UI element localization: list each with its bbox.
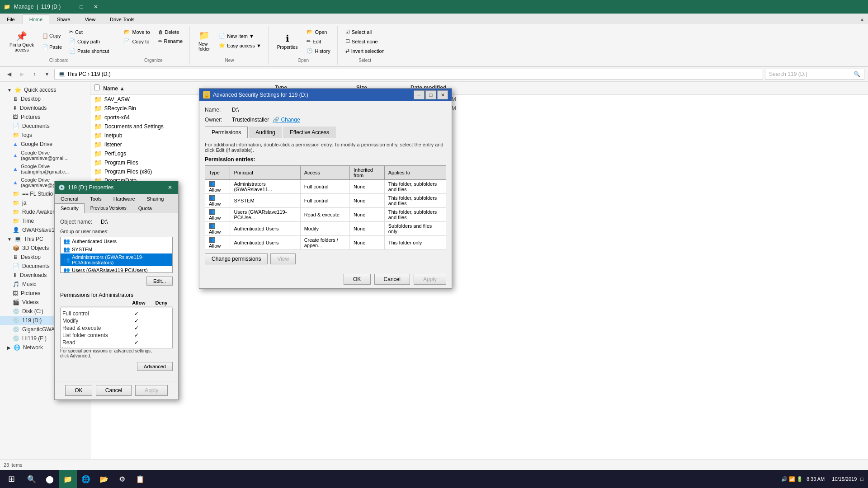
- taskbar-chrome-button[interactable]: 🌐: [77, 470, 95, 488]
- user-icon-2: 👥: [63, 246, 70, 253]
- adv-minimize-button[interactable]: ─: [414, 90, 425, 99]
- perm-access-cell: Create folders / appen...: [300, 236, 349, 250]
- adv-dialog-buttons: OK Cancel Apply: [199, 270, 452, 288]
- adv-name-label: Name:: [205, 107, 232, 113]
- perm-applies-cell: Subfolders and files only: [384, 222, 446, 236]
- perm-principal-cell: Users (GWARslave119-PC\Use...: [230, 208, 300, 222]
- adv-name-value: D:\: [232, 107, 239, 113]
- perm-applies-cell: This folder only: [384, 236, 446, 250]
- user-icon-1: 👥: [63, 238, 70, 244]
- user-list[interactable]: 👥 Authenticated Users 👥 SYSTEM 👥 Adminis…: [60, 237, 173, 273]
- adv-ok-button[interactable]: OK: [344, 274, 371, 285]
- taskbar-pinned-apps: 🔍 ⬤ 📁 🌐 📂 ⚙ 📋: [23, 470, 149, 488]
- permissions-list: Full control ✓ Modify ✓ Read & execute ✓…: [60, 308, 173, 348]
- perm-read: Read ✓: [62, 339, 170, 346]
- tab-sharing[interactable]: Sharing: [141, 194, 170, 203]
- advanced-button[interactable]: Advanced: [137, 362, 173, 371]
- adv-tab-auditing[interactable]: Auditing: [249, 127, 282, 138]
- perm-table-row[interactable]: 👥Allow SYSTEM Full control None This fol…: [205, 194, 446, 208]
- properties-dialog: 💿 119 (D:) Properties ✕ General Tools Ha…: [54, 181, 179, 400]
- change-permissions-button[interactable]: Change permissions: [205, 253, 268, 264]
- group-label: Group or user names:: [60, 229, 173, 234]
- taskbar-settings-button[interactable]: ⚙: [113, 470, 131, 488]
- perm-table-row[interactable]: 👥Allow Authenticated Users Create folder…: [205, 236, 446, 250]
- perm-type-cell: 👥Allow: [205, 208, 230, 222]
- taskbar-file-explorer-button[interactable]: 📁: [59, 470, 77, 488]
- start-button[interactable]: ⊞: [0, 470, 23, 488]
- object-name-row: Object name: D:\: [60, 219, 173, 225]
- adv-tabs: Permissions Auditing Effective Access: [205, 127, 446, 138]
- adv-title-bar: 🔒 Advanced Security Settings for 119 (D:…: [199, 89, 452, 101]
- perm-col-deny: Deny: [150, 300, 173, 305]
- advanced-security-dialog: 🔒 Advanced Security Settings for 119 (D:…: [199, 88, 452, 289]
- adv-tab-effective-access[interactable]: Effective Access: [283, 127, 336, 138]
- tab-security[interactable]: Security: [55, 203, 85, 213]
- perm-type-cell: 👥Allow: [205, 194, 230, 208]
- taskbar-app-button[interactable]: 📋: [131, 470, 149, 488]
- adv-apply-button[interactable]: Apply: [414, 274, 446, 285]
- properties-apply-button[interactable]: Apply: [135, 385, 168, 396]
- edit-permissions-button[interactable]: Edit...: [146, 277, 173, 286]
- col-applies-header: Applies to: [384, 166, 446, 180]
- user-icon-4: 👥: [63, 267, 70, 273]
- properties-dialog-tabs: General Tools Hardware Sharing Security …: [55, 194, 178, 213]
- user-item-authenticated[interactable]: 👥 Authenticated Users: [61, 237, 172, 245]
- user-item-system[interactable]: 👥 SYSTEM: [61, 245, 172, 253]
- taskbar-folder-button[interactable]: 📂: [95, 470, 113, 488]
- change-owner-link[interactable]: 🔗 Change: [273, 117, 300, 123]
- properties-cancel-button[interactable]: Cancel: [96, 385, 132, 396]
- permissions-for-label: Permissions for Administrators: [60, 292, 173, 298]
- properties-close-button[interactable]: ✕: [165, 183, 175, 192]
- object-name-value: D:\: [101, 219, 108, 225]
- perm-table-row[interactable]: 👥Allow Administrators (GWARslave11... Fu…: [205, 180, 446, 194]
- perm-applies-cell: This folder, subfolders and files: [384, 180, 446, 194]
- perm-principal-cell: Authenticated Users: [230, 222, 300, 236]
- perm-type-cell: 👥Allow: [205, 222, 230, 236]
- adv-maximize-button[interactable]: □: [425, 90, 436, 99]
- user-item-administrators[interactable]: 👥 Administrators (GWARslave119-PC\Admini…: [61, 253, 172, 266]
- perm-col-label: [60, 300, 127, 305]
- perm-table-row[interactable]: 👥Allow Authenticated Users Modify None S…: [205, 222, 446, 236]
- user-type-icon: 👥: [209, 237, 215, 243]
- adv-owner-label: Owner:: [205, 117, 232, 123]
- adv-content: Name: D:\ Owner: TrustedInstaller 🔗 Chan…: [199, 101, 452, 270]
- adv-title-controls: ─ □ ✕: [414, 90, 448, 99]
- user-item-users[interactable]: 👥 Users (GWARslave119-PC\Users): [61, 266, 172, 273]
- perm-access-cell: Full control: [300, 194, 349, 208]
- perm-table-row[interactable]: 👥Allow Users (GWARslave119-PC\Use... Rea…: [205, 208, 446, 222]
- perm-applies-cell: This folder, subfolders and files: [384, 194, 446, 208]
- perm-modify: Modify ✓: [62, 317, 170, 324]
- tab-quota[interactable]: Quota: [132, 203, 158, 213]
- tab-hardware[interactable]: Hardware: [108, 194, 141, 203]
- dialog-overlay: 💿 119 (D:) Properties ✕ General Tools Ha…: [0, 0, 868, 488]
- adv-cancel-button[interactable]: Cancel: [374, 274, 410, 285]
- tray-icons: 🔊 📶 🔋: [781, 476, 803, 482]
- taskbar-cortana-button[interactable]: ⬤: [41, 470, 59, 488]
- properties-dialog-buttons: OK Cancel Apply: [55, 381, 178, 399]
- perm-inherited-cell: None: [350, 180, 385, 194]
- properties-ok-button[interactable]: OK: [65, 385, 92, 396]
- tab-previous-versions[interactable]: Previous Versions: [85, 203, 132, 213]
- perm-inherited-cell: None: [350, 236, 385, 250]
- change-icon: 🔗: [273, 117, 279, 123]
- perm-col-allow: Allow: [127, 300, 150, 305]
- perm-principal-cell: Authenticated Users: [230, 236, 300, 250]
- taskbar-search-button[interactable]: 🔍: [23, 470, 41, 488]
- perm-applies-cell: This folder, subfolders and files: [384, 208, 446, 222]
- taskbar-date: 10/15/2019: [832, 476, 857, 482]
- perm-access-cell: Full control: [300, 180, 349, 194]
- adv-tab-permissions[interactable]: Permissions: [205, 127, 248, 138]
- perm-full-control: Full control ✓: [62, 310, 170, 317]
- perm-access-cell: Read & execute: [300, 208, 349, 222]
- action-center-icon[interactable]: □: [860, 476, 863, 482]
- adv-owner-value: TrustedInstaller: [232, 117, 269, 123]
- perm-inherited-cell: None: [350, 222, 385, 236]
- tab-general[interactable]: General: [55, 194, 84, 203]
- col-access-header: Access: [300, 166, 349, 180]
- tab-tools[interactable]: Tools: [84, 194, 108, 203]
- properties-dialog-title-bar: 💿 119 (D:) Properties ✕: [55, 181, 178, 194]
- object-name-label: Object name:: [60, 219, 101, 225]
- view-button[interactable]: View: [270, 253, 296, 264]
- taskbar-time: 8:33 AM: [807, 476, 825, 482]
- adv-close-button[interactable]: ✕: [437, 90, 448, 99]
